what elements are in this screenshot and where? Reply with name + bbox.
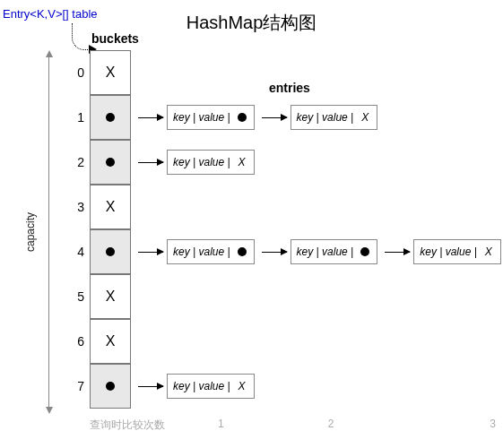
- next-arrow-icon: [138, 117, 163, 118]
- bucket-row: 7key | value |X: [90, 364, 501, 409]
- pointer-dot-icon: [238, 247, 247, 256]
- next-arrow-icon: [385, 252, 410, 253]
- buckets-label: buckets: [91, 31, 139, 46]
- comparison-footer: 查询时比较次数 1 2 3: [90, 418, 496, 433]
- entry-node: key | value |X: [413, 239, 501, 264]
- bucket-cell: X: [90, 319, 131, 364]
- entry-kv-label: key | value |: [173, 246, 230, 258]
- entry-node: key | value |X: [167, 150, 255, 175]
- bucket-index: 0: [65, 65, 84, 80]
- entry-chain: key | value |X: [131, 150, 255, 175]
- capacity-line: [48, 56, 49, 409]
- bucket-array: 0X1key | value |key | value |X2key | val…: [90, 50, 501, 409]
- entry-chain: key | value |key | value |X: [131, 105, 377, 130]
- bucket-cell: [90, 229, 131, 274]
- bucket-index: 5: [65, 289, 84, 304]
- entry-node: key | value |: [167, 105, 255, 130]
- entry-kv-label: key | value |: [173, 156, 230, 168]
- entry-kv-label: key | value |: [420, 246, 477, 258]
- next-arrow-icon: [262, 117, 287, 118]
- bucket-index: 1: [65, 110, 84, 125]
- bucket-row: 2key | value |X: [90, 140, 501, 185]
- bucket-index: 2: [65, 155, 84, 169]
- entry-node: key | value |: [291, 239, 378, 264]
- bucket-index: 4: [65, 245, 84, 259]
- entry-next-null: X: [359, 111, 371, 124]
- bucket-row: 0X: [90, 50, 501, 95]
- entry-node: key | value |X: [291, 105, 378, 130]
- pointer-dot-icon: [106, 382, 115, 391]
- next-arrow-icon: [138, 252, 163, 253]
- bucket-index: 6: [65, 334, 84, 349]
- entry-node: key | value |X: [167, 374, 255, 399]
- bucket-row: 1key | value |key | value |X: [90, 95, 501, 140]
- footer-col-3: 3: [386, 418, 496, 433]
- bucket-row: 3X: [90, 185, 501, 229]
- pointer-dot-icon: [106, 247, 115, 256]
- footer-label: 查询时比较次数: [90, 418, 166, 433]
- entry-kv-label: key | value |: [297, 246, 354, 258]
- bucket-cell: [90, 364, 131, 409]
- bucket-row: 4key | value |key | value |key | value |…: [90, 229, 501, 274]
- bucket-index: 7: [65, 379, 84, 393]
- bucket-cell: [90, 140, 131, 185]
- pointer-dot-icon: [106, 158, 115, 167]
- next-arrow-icon: [138, 162, 163, 163]
- pointer-dot-icon: [360, 247, 369, 256]
- bucket-row: 5X: [90, 274, 501, 319]
- footer-col-1: 1: [166, 418, 276, 433]
- bucket-index: 3: [65, 200, 84, 214]
- pointer-dot-icon: [106, 113, 115, 122]
- entry-next-null: X: [236, 380, 248, 392]
- entry-node: key | value |: [167, 239, 255, 264]
- bucket-cell: X: [90, 274, 131, 319]
- bucket-cell: X: [90, 185, 131, 229]
- next-arrow-icon: [138, 386, 163, 387]
- entry-kv-label: key | value |: [173, 380, 230, 392]
- entry-next-null: X: [482, 246, 495, 258]
- bucket-row: 6X: [90, 319, 501, 364]
- entry-next-pointer: [236, 247, 248, 256]
- entry-kv-label: key | value |: [173, 111, 230, 124]
- footer-col-2: 2: [276, 418, 386, 433]
- entry-chain: key | value |X: [131, 374, 255, 399]
- pointer-dot-icon: [238, 113, 247, 122]
- entry-chain: key | value |key | value |key | value |X: [131, 239, 501, 264]
- entry-next-pointer: [236, 113, 248, 122]
- capacity-label: capacity: [24, 212, 37, 252]
- capacity-indicator: capacity: [36, 50, 63, 414]
- bucket-cell: X: [90, 50, 131, 95]
- entry-next-null: X: [236, 156, 248, 168]
- bucket-cell: [90, 95, 131, 140]
- next-arrow-icon: [262, 252, 287, 253]
- entry-kv-label: key | value |: [297, 111, 354, 124]
- entry-next-pointer: [359, 247, 371, 256]
